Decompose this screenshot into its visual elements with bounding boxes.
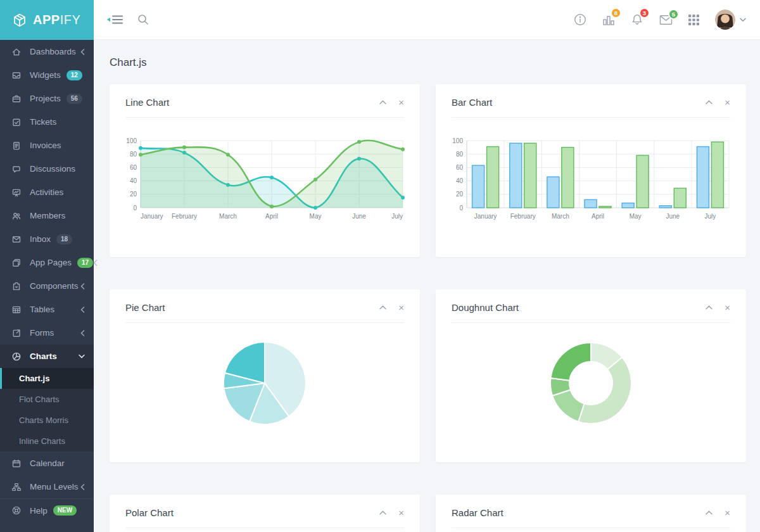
sidebar-item-label: Tables (30, 305, 54, 314)
svg-text:40: 40 (130, 177, 137, 184)
stats-icon[interactable]: 8 (602, 13, 615, 26)
bell-icon[interactable]: 3 (631, 13, 643, 26)
collapse-card-icon[interactable] (379, 305, 386, 310)
stats-count-badge: 8 (611, 8, 621, 18)
chevron-left-icon (93, 260, 98, 266)
sidebar-item-widgets[interactable]: Widgets 12 (0, 63, 94, 87)
sidebar-item-members[interactable]: Members (0, 204, 94, 227)
sidebar-item-menu-levels[interactable]: Menu Levels (0, 475, 94, 498)
table-icon (11, 305, 22, 315)
close-card-icon[interactable]: × (725, 98, 730, 107)
card-polar-chart: Polar Chart × (110, 495, 420, 532)
brand-name: APPIFY (33, 13, 80, 27)
collapse-card-icon[interactable] (706, 100, 712, 104)
submenu-label: Flot Charts (19, 395, 60, 404)
form-icon (11, 328, 22, 338)
card-title: Pie Chart (125, 302, 165, 313)
sidebar-item-label: Tickets (30, 117, 56, 127)
sidebar-item-inbox[interactable]: Inbox 18 (0, 227, 94, 251)
svg-text:80: 80 (130, 151, 137, 158)
svg-text:20: 20 (130, 191, 137, 198)
sidebar-item-activities[interactable]: Activities (0, 180, 94, 204)
info-icon[interactable] (574, 13, 586, 26)
chat-icon (11, 164, 22, 174)
submenu-label: Inline Charts (19, 436, 65, 446)
card-title: Radar Chart (452, 507, 504, 518)
sidebar-item-charts[interactable]: Charts (0, 345, 94, 368)
svg-text:June: June (352, 213, 366, 220)
sidebar-item-invoices[interactable]: Invoices (0, 134, 94, 157)
brand-logo[interactable]: APPIFY (0, 0, 94, 40)
card-title: Doughnut Chart (452, 302, 519, 313)
submenu-item-chartjs[interactable]: Chart.js (0, 368, 94, 389)
sidebar-item-tickets[interactable]: Tickets (0, 110, 94, 134)
collapse-card-icon[interactable] (379, 100, 386, 104)
sidebar-item-label: Charts (30, 352, 57, 361)
submenu-item-flot-charts[interactable]: Flot Charts (0, 389, 94, 410)
sidebar-charts-group: Charts Chart.js Flot Charts Charts Morri… (0, 345, 94, 452)
card-doughnut-chart: Doughnut Chart × (436, 289, 746, 462)
svg-text:60: 60 (456, 164, 464, 171)
close-card-icon[interactable]: × (398, 508, 404, 517)
svg-text:January: January (474, 213, 497, 220)
users-icon (11, 211, 22, 221)
chevron-left-icon (80, 283, 85, 289)
mail-icon[interactable]: 5 (659, 15, 673, 25)
sidebar-item-help[interactable]: Help NEW (0, 498, 94, 522)
collapse-card-icon[interactable] (706, 305, 712, 310)
sidebar-item-projects[interactable]: Projects 56 (0, 87, 94, 110)
sidebar-item-label: Components (30, 281, 79, 291)
card-title: Line Chart (125, 97, 169, 108)
sidebar-nav: Dashboards Widgets 12 Projects 56 Ticket… (0, 40, 94, 522)
collapse-card-icon[interactable] (706, 510, 712, 515)
search-icon[interactable] (137, 14, 149, 25)
sidebar-item-components[interactable]: Components (0, 274, 94, 298)
bar-chart-canvas: 020406080100JanuaryFebruaryMarchAprilMay… (436, 118, 746, 223)
svg-text:0: 0 (459, 205, 463, 212)
sidebar-item-app-pages[interactable]: App Pages 17 (0, 251, 94, 274)
pages-icon (11, 258, 22, 268)
sidebar-item-tables[interactable]: Tables (0, 298, 94, 321)
sidebar-item-forms[interactable]: Forms (0, 321, 94, 345)
card-title: Bar Chart (452, 97, 492, 108)
close-card-icon[interactable]: × (398, 303, 404, 312)
chevron-left-icon (80, 307, 85, 313)
caret-down-icon (740, 18, 746, 22)
sidebar-item-label: Forms (30, 328, 54, 338)
sidebar-item-label: Dashboards (30, 47, 76, 56)
projects-badge: 56 (66, 94, 82, 104)
calendar-icon (11, 459, 22, 469)
submenu-label: Chart.js (19, 374, 49, 383)
sidebar-item-label: Menu Levels (30, 482, 79, 491)
svg-text:20: 20 (456, 191, 464, 198)
svg-text:100: 100 (126, 137, 137, 144)
card-line-chart: Line Chart × 020406080100JanuaryFebruary… (110, 84, 420, 257)
submenu-item-inline-charts[interactable]: Inline Charts (0, 431, 94, 452)
apps-grid-icon[interactable] (688, 15, 699, 25)
mail-count-badge: 5 (668, 9, 679, 20)
submenu-item-charts-morris[interactable]: Charts Morris (0, 410, 94, 431)
envelope-icon (11, 234, 22, 244)
close-card-icon[interactable]: × (398, 98, 404, 107)
user-menu[interactable] (715, 10, 746, 30)
polar-chart-canvas (110, 528, 420, 532)
home-icon (11, 47, 22, 57)
svg-text:March: March (219, 213, 237, 220)
sidebar-item-label: Projects (30, 94, 61, 103)
puzzle-icon (11, 281, 22, 291)
close-card-icon[interactable]: × (725, 508, 730, 517)
card-bar-chart: Bar Chart × 020406080100JanuaryFebruaryM… (436, 84, 746, 257)
sidebar-item-calendar[interactable]: Calendar (0, 452, 94, 475)
svg-text:July: July (705, 213, 716, 220)
presentation-icon (11, 187, 22, 198)
sidebar-item-label: Invoices (30, 141, 61, 150)
collapse-card-icon[interactable] (379, 510, 386, 515)
sidebar-item-label: Discussions (30, 164, 75, 174)
sidebar-item-discussions[interactable]: Discussions (0, 157, 94, 180)
sidebar-collapse-button[interactable] (106, 13, 124, 26)
line-chart-canvas: 020406080100JanuaryFebruaryMarchAprilMay… (110, 118, 420, 223)
svg-text:40: 40 (456, 177, 464, 184)
close-card-icon[interactable]: × (725, 303, 730, 312)
svg-text:February: February (510, 213, 536, 220)
sidebar-item-dashboards[interactable]: Dashboards (0, 40, 94, 63)
